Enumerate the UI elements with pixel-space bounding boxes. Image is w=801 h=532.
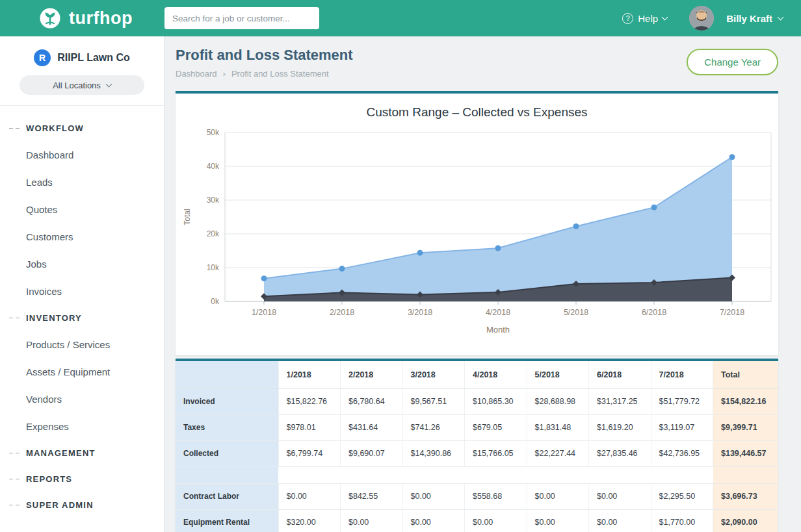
table-header-cell: 2/2018 [341, 361, 403, 388]
gap-cell [527, 466, 589, 483]
row-label: Collected [176, 440, 278, 466]
chart-title: Custom Range – Collected vs Expenses [176, 94, 778, 120]
table-cell: $9,690.07 [341, 440, 403, 466]
table-cell: $431.64 [341, 414, 403, 440]
nav-section-reports: REPORTS [0, 466, 164, 492]
gap-cell [341, 466, 403, 483]
table-cell: $0.00 [527, 483, 589, 509]
y-tick-label: 0k [211, 297, 220, 306]
table-header-cell: Total [713, 361, 778, 388]
sidebar-nav: WORKFLOWDashboardLeadsQuotesCustomersJob… [0, 106, 164, 518]
y-tick-label: 10k [206, 263, 219, 272]
company-badge-icon: R [34, 49, 51, 66]
table-cell: $10,865.30 [465, 388, 527, 414]
sidebar-item-expenses[interactable]: Expenses [0, 412, 164, 440]
table-row: Invoiced$15,822.76$6,780.64$9,567.51$10,… [176, 388, 778, 414]
change-year-button[interactable]: Change Year [687, 49, 778, 75]
page-title: Profit and Loss Statement [176, 47, 353, 64]
table-cell: $741.26 [402, 414, 465, 440]
table-cell: $0.00 [465, 509, 527, 532]
table-cell: $2,090.00 [713, 509, 778, 532]
title-row: Profit and Loss Statement Dashboard›Prof… [176, 47, 778, 79]
pl-table: 1/20182/20183/20184/20185/20186/20187/20… [176, 361, 778, 532]
sidebar-item-leads[interactable]: Leads [0, 168, 164, 196]
logo-text: turfhop [69, 8, 133, 29]
y-tick-label: 50k [206, 128, 219, 137]
nav-section-super-admin: SUPER ADMIN [0, 492, 164, 518]
table-cell: $0.00 [527, 509, 589, 532]
sidebar-item-quotes[interactable]: Quotes [0, 196, 164, 223]
main-content: Profit and Loss Statement Dashboard›Prof… [164, 36, 801, 532]
collected-point [651, 205, 657, 210]
help-menu[interactable]: ? Help [622, 13, 667, 24]
sidebar-item-invoices[interactable]: Invoices [0, 277, 164, 305]
table-cell: $14,390.86 [402, 440, 465, 466]
collected-point [729, 154, 735, 160]
pl-table-head-row: 1/20182/20183/20184/20185/20186/20187/20… [176, 361, 778, 388]
x-tick-label: 1/2018 [251, 308, 276, 317]
nav-section-inventory: INVENTORY [0, 305, 164, 331]
table-cell: $22,227.44 [527, 440, 589, 466]
company-header[interactable]: R RIIPL Lawn Co [0, 36, 164, 75]
table-cell: $3,696.73 [713, 483, 778, 509]
table-cell: $842.55 [341, 483, 403, 509]
table-cell: $15,822.76 [278, 388, 341, 414]
user-name: Billy Kraft [726, 13, 772, 24]
gap-cell [589, 466, 651, 483]
table-cell: $978.01 [278, 414, 341, 440]
table-header-cell: 1/2018 [278, 361, 341, 388]
location-selector-label: All Locations [53, 81, 101, 90]
sidebar-item-products-services[interactable]: Products / Services [0, 331, 164, 358]
sidebar-item-dashboard[interactable]: Dashboard [0, 141, 164, 168]
sidebar-item-assets-equipment[interactable]: Assets / Equipment [0, 358, 164, 385]
table-cell: $28,688.98 [527, 388, 589, 414]
table-cell: $320.00 [278, 509, 341, 532]
breadcrumb-separator-icon: › [223, 69, 226, 79]
nav-section-management: MANAGEMENT [0, 440, 164, 466]
table-row: Collected$6,799.74$9,690.07$14,390.86$15… [176, 440, 778, 466]
tree-dash-icon [9, 128, 21, 129]
table-cell: $0.00 [278, 483, 341, 509]
table-cell: $154,822.16 [713, 388, 778, 414]
sidebar-item-vendors[interactable]: Vendors [0, 385, 164, 412]
topbar-right: ? Help Billy Kraft [622, 6, 801, 31]
location-selector[interactable]: All Locations [20, 75, 144, 95]
x-tick-label: 6/2018 [641, 308, 666, 317]
y-tick-label: 30k [206, 196, 219, 205]
help-label: Help [638, 13, 658, 24]
table-cell: $15,766.05 [465, 440, 527, 466]
app-logo[interactable]: turfhop [0, 6, 164, 31]
chevron-down-icon [105, 81, 112, 87]
breadcrumb-item-dashboard[interactable]: Dashboard [176, 69, 217, 79]
pl-table-body: Invoiced$15,822.76$6,780.64$9,567.51$10,… [176, 388, 778, 532]
sidebar-item-customers[interactable]: Customers [0, 223, 164, 250]
table-cell: $3,119.07 [651, 414, 713, 440]
pl-chart-svg: 0k10k20k30k40k50k1/20182/20183/20184/201… [181, 122, 774, 339]
gap-cell [651, 466, 713, 483]
table-row: Contract Labor$0.00$842.55$0.00$558.68$0… [176, 483, 778, 509]
nav-section-workflow: WORKFLOW [0, 115, 164, 141]
table-cell: $0.00 [589, 483, 651, 509]
nav-section-label: WORKFLOW [26, 123, 84, 133]
table-cell: $0.00 [589, 509, 651, 532]
x-tick-label: 7/2018 [719, 308, 744, 317]
collected-point [417, 250, 423, 256]
table-cell: $139,446.57 [713, 440, 778, 466]
nav-section-label: SUPER ADMIN [26, 500, 94, 510]
table-cell: $31,317.25 [589, 388, 651, 414]
sidebar-item-jobs[interactable]: Jobs [0, 250, 164, 277]
table-gap-row [176, 466, 778, 483]
collected-area [264, 157, 732, 301]
gap-cell [713, 466, 778, 483]
x-tick-label: 3/2018 [407, 308, 432, 317]
collected-point [339, 266, 345, 272]
gap-cell [465, 466, 527, 483]
tree-dash-icon [9, 479, 21, 479]
search-input[interactable] [164, 7, 319, 29]
y-axis-title: Total [183, 209, 192, 225]
table-cell: $1,619.20 [589, 414, 651, 440]
gap-cell [176, 466, 278, 483]
tree-dash-icon [9, 505, 21, 505]
user-menu[interactable]: Billy Kraft [689, 6, 783, 31]
row-label: Taxes [176, 414, 278, 440]
